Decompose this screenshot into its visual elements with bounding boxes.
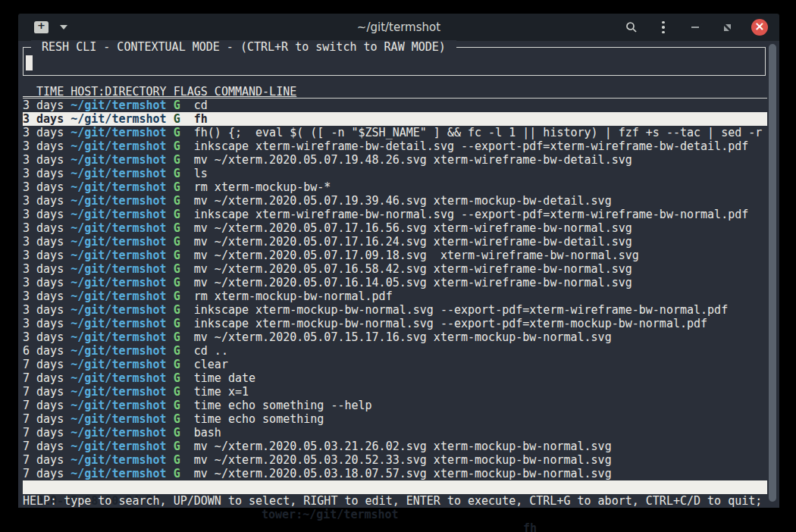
row-flags: G [174,112,180,126]
row-time: 7 days [23,358,64,371]
terminal-content: RESH CLI - CONTEXTUAL MODE - (CTRL+R to … [18,41,779,508]
row-flags: G [174,371,180,385]
row-command: time echo something --help [194,399,372,412]
table-row[interactable]: 7 days ~/git/termshot G time x=1 [23,385,767,399]
row-host-directory: ~/git/termshot [71,153,166,167]
close-button[interactable] [751,19,768,36]
help-line: HELP: type to search, UP/DOWN to select,… [23,494,767,508]
row-host-directory: ~/git/termshot [71,453,166,467]
scrollbar[interactable] [767,41,779,508]
row-command: rm xterm-mockup-bw-* [194,180,331,194]
table-row[interactable]: 3 days ~/git/termshot G mv ~/xterm.2020.… [23,153,767,167]
row-flags: G [174,276,180,289]
table-row[interactable]: 7 days ~/git/termshot G mv ~/xterm.2020.… [23,453,767,467]
table-row[interactable]: 3 days ~/git/termshot G inkscape xterm-w… [23,208,767,221]
table-row[interactable]: 7 days ~/git/termshot G time echo someth… [23,399,767,412]
kebab-menu-icon[interactable] [656,19,671,36]
row-command: mv ~/xterm.2020.05.07.17.16.24.svg xterm… [194,235,632,249]
row-command: rm xterm-mockup-bw-normal.pdf [194,289,393,303]
table-row[interactable]: 6 days ~/git/termshot G cd .. [23,344,767,358]
table-row[interactable]: 3 days ~/git/termshot G mv ~/xterm.2020.… [23,249,767,262]
row-command: mv ~/xterm.2020.05.07.16.14.05.svg xterm… [194,276,632,289]
row-flags: G [174,412,180,426]
table-row[interactable]: 3 days ~/git/termshot G rm xterm-mockup-… [23,289,767,303]
search-box-title: RESH CLI - CONTEXTUAL MODE - (CTRL+R to … [31,40,456,54]
table-row[interactable]: 7 days ~/git/termshot G mv ~/xterm.2020.… [23,440,767,453]
table-row[interactable]: 3 days ~/git/termshot G inkscape xterm-w… [23,139,767,153]
table-row[interactable]: 7 days ~/git/termshot G time date [23,371,767,385]
row-command: mv ~/xterm.2020.05.07.17.16.56.svg xterm… [194,221,632,235]
table-row[interactable]: 7 days ~/git/termshot G clear [23,358,767,371]
table-row[interactable]: 3 days ~/git/termshot G fh [23,112,767,126]
row-command: inkscape xterm-mockup-bw-normal.svg --ex… [194,303,728,317]
row-command: time date [194,371,255,385]
table-row[interactable]: 3 days ~/git/termshot G cd [23,99,767,112]
row-host-directory: ~/git/termshot [71,249,166,262]
row-time: 7 days [23,399,64,412]
table-row[interactable]: 3 days ~/git/termshot G inkscape xterm-m… [23,317,767,330]
row-flags: G [174,385,180,399]
row-host-directory: ~/git/termshot [71,467,166,480]
scrollbar-thumb[interactable] [769,44,776,502]
row-host-directory: ~/git/termshot [71,262,166,276]
restore-icon [723,23,732,32]
history-list: 3 days ~/git/termshot G cd3 days ~/git/t… [23,99,767,480]
row-host-directory: ~/git/termshot [71,440,166,453]
row-command: mv ~/xterm.2020.05.03.21.26.02.svg xterm… [194,440,612,453]
row-host-directory: ~/git/termshot [71,99,166,112]
row-host-directory: ~/git/termshot [71,371,166,385]
table-row[interactable]: 3 days ~/git/termshot G mv ~/xterm.2020.… [23,330,767,344]
row-flags: G [174,440,180,453]
table-row[interactable]: 3 days ~/git/termshot G mv ~/xterm.2020.… [23,194,767,208]
row-flags: G [174,303,180,317]
row-command: inkscape xterm-mockup-bw-normal.svg --ex… [194,317,707,330]
row-host-directory: ~/git/termshot [71,194,166,208]
row-time: 3 days [23,153,64,167]
row-host-directory: ~/git/termshot [71,303,166,317]
table-row[interactable]: 3 days ~/git/termshot G ls [23,167,767,180]
table-row[interactable]: 7 days ~/git/termshot G time echo someth… [23,412,767,426]
row-command: mv ~/xterm.2020.05.07.15.17.16.svg xterm… [194,330,612,344]
row-flags: G [174,330,180,344]
minimize-icon [691,27,699,28]
row-host-directory: ~/git/termshot [71,399,166,412]
row-time: 3 days [23,167,64,180]
row-flags: G [174,399,180,412]
table-row[interactable]: 3 days ~/git/termshot G fh() {; eval $( … [23,126,767,139]
row-command: mv ~/xterm.2020.05.07.19.48.26.svg xterm… [194,153,632,167]
row-time: 3 days [23,276,64,289]
table-row[interactable]: 3 days ~/git/termshot G mv ~/xterm.2020.… [23,276,767,289]
row-flags: G [174,249,180,262]
row-command: fh [194,112,208,126]
table-row[interactable]: 7 days ~/git/termshot G bash [23,426,767,440]
row-host-directory: ~/git/termshot [71,385,166,399]
row-flags: G [174,208,180,221]
row-command: mv ~/xterm.2020.05.07.17.09.18.svg xterm… [194,249,639,262]
restore-button[interactable] [719,19,735,36]
row-time: 3 days [23,235,64,249]
row-flags: G [174,180,180,194]
row-time: 7 days [23,453,64,467]
row-command: inkscape xterm-wireframe-bw-normal.svg -… [194,208,749,221]
table-row[interactable]: 3 days ~/git/termshot G inkscape xterm-m… [23,303,767,317]
row-time: 3 days [23,262,64,276]
row-host-directory: ~/git/termshot [71,112,166,126]
minimize-button[interactable] [688,19,703,36]
row-command: clear [194,358,228,371]
table-row[interactable]: 3 days ~/git/termshot G mv ~/xterm.2020.… [23,262,767,276]
table-header: TIME HOST:DIRECTORY FLAGS COMMAND-LINE [23,85,767,99]
row-host-directory: ~/git/termshot [71,317,166,330]
search-box[interactable]: RESH CLI - CONTEXTUAL MODE - (CTRL+R to … [23,47,766,76]
desktop: ~/git/termshot [0,0,796,532]
row-time: 7 days [23,426,64,440]
search-icon[interactable] [624,19,639,36]
row-host-directory: ~/git/termshot [71,180,166,194]
table-row[interactable]: 3 days ~/git/termshot G rm xterm-mockup-… [23,180,767,194]
row-flags: G [174,426,180,440]
table-row[interactable]: 3 days ~/git/termshot G mv ~/xterm.2020.… [23,235,767,249]
row-time: 3 days [23,139,64,153]
row-time: 3 days [23,303,64,317]
table-row[interactable]: 7 days ~/git/termshot G mv ~/xterm.2020.… [23,467,767,480]
table-row[interactable]: 3 days ~/git/termshot G mv ~/xterm.2020.… [23,221,767,235]
row-time: 3 days [23,249,64,262]
